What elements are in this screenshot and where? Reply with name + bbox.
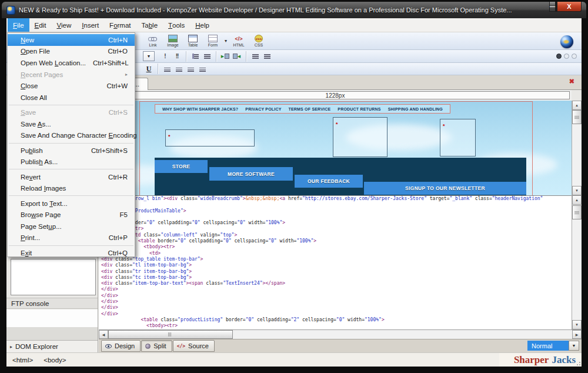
scrollbar-thumb[interactable] (108, 330, 233, 339)
menu-item-reload-images[interactable]: Reload Images (8, 182, 135, 194)
html-button[interactable]: </>HTML (231, 35, 246, 47)
scroll-up-icon[interactable]: ▲ (572, 195, 582, 205)
scroll-down-icon[interactable]: ▼ (572, 186, 582, 195)
view-tab-split[interactable]: Split (141, 340, 172, 352)
toolbar-icon-label: Form (208, 43, 218, 47)
preview-nav-link[interactable]: SHIPPING AND HANDLING (388, 107, 443, 111)
scrollbar-thumb[interactable] (572, 110, 582, 124)
menu-item-export-to-text[interactable]: Export to Text... (8, 198, 135, 209)
style-combo-dropdown[interactable]: ▼ (143, 51, 155, 61)
menubar-item-edit[interactable]: Edit (29, 18, 52, 32)
preview-form-field[interactable]: * (440, 119, 476, 156)
table-button[interactable]: Table (185, 35, 201, 47)
table-icon (188, 35, 198, 42)
preview-form-field[interactable]: * (165, 129, 255, 146)
source-view-pane[interactable]: <div class="row_l bin"><div class="wideB… (99, 195, 582, 329)
minimize-button[interactable]: — (549, 2, 556, 12)
source-code[interactable]: <div class="row_l bin"><div class="wideB… (101, 196, 572, 329)
zoom-icon[interactable] (556, 54, 562, 59)
scroll-left-icon[interactable]: ◀ (99, 330, 108, 339)
menu-item-save-as[interactable]: Save As... (8, 118, 135, 130)
menu-item-revert[interactable]: RevertCtrl+R (8, 171, 135, 183)
design-preview-pane[interactable]: WHY SHOP WITH SHARPER JACKS?PRIVACY POLI… (99, 101, 582, 195)
menubar-item-tools[interactable]: Tools (163, 18, 190, 32)
menubar-item-insert[interactable]: Insert (76, 18, 104, 32)
menu-item-new[interactable]: NewCtrl+N (8, 34, 135, 46)
preview-form-field[interactable]: * (333, 117, 387, 157)
required-marker: * (166, 132, 171, 139)
title-bar[interactable]: NEW & Ready to Ship Fast! + Download Inc… (2, 2, 586, 18)
text-align-center-button[interactable] (173, 64, 184, 74)
preview-button-signup-to-our-newsletter[interactable]: SIGNUP TO OUR NEWSLETTER (364, 182, 526, 195)
paragraph-format-dropdown[interactable]: Normal ▼ (527, 341, 579, 351)
menu-item-recent-pages[interactable]: Recent Pages▸ (8, 69, 135, 81)
statusbar-element-html[interactable]: <html> (12, 357, 33, 364)
preview-nav-link[interactable]: PRIVACY POLICY (245, 107, 281, 111)
scroll-right-icon[interactable]: ▶ (572, 330, 582, 339)
menu-bar: FileEditViewInsertFormatTableToolsHelp (6, 18, 582, 32)
statusbar-element-body[interactable]: <body> (44, 357, 66, 364)
toolbar-separator (186, 51, 186, 62)
numbered-list-button[interactable] (190, 52, 201, 61)
preview-nav-link[interactable]: PRODUCT RETURNS (338, 107, 380, 111)
menu-item-browse-page[interactable]: Browse PageF5 (8, 209, 135, 221)
align-left-button[interactable] (250, 52, 260, 61)
style-circles-icon[interactable] (572, 54, 577, 59)
underline-button[interactable] (143, 64, 154, 74)
indent-icon: ▶ (221, 54, 224, 59)
source-scrollbar[interactable]: ▲ ▼ (572, 195, 582, 329)
preview-nav-link[interactable]: TERMS OF SERVICE (288, 107, 330, 111)
align-right-button[interactable] (262, 52, 272, 61)
chevron-down-icon[interactable]: ▾ (225, 38, 227, 44)
view-tab-design[interactable]: Design (101, 340, 141, 352)
scroll-up-icon[interactable]: ▲ (572, 101, 582, 110)
menubar-item-view[interactable]: View (51, 18, 76, 32)
preview-button-more-software[interactable]: MORE SOFTWARE (209, 167, 293, 181)
menubar-item-help[interactable]: Help (190, 18, 215, 32)
text-align-right-button[interactable] (185, 64, 196, 74)
menu-item-print[interactable]: Print...Ctrl+P (8, 232, 135, 244)
preview-button-our-feedback[interactable]: OUR FEEDBACK (295, 175, 363, 188)
outdent-button[interactable]: ◀ (232, 52, 242, 61)
menubar-item-table[interactable]: Table (136, 18, 163, 32)
menu-item-save-and-change-character-encoding[interactable]: Save And Change Character Encoding (8, 130, 135, 142)
close-tab-icon[interactable]: ✖ (569, 78, 574, 85)
chevron-down-icon[interactable]: ▼ (569, 341, 579, 351)
design-scrollbar[interactable]: ▲ ▼ (572, 101, 582, 195)
style-circle-icon[interactable] (564, 54, 569, 59)
menu-item-open-web-location[interactable]: Open Web Location...Ctrl+Shift+L (8, 57, 135, 69)
text-align-justify-button[interactable] (197, 64, 208, 74)
preview-nav-link[interactable]: WHY SHOP WITH SHARPER JACKS? (162, 107, 238, 111)
strong-emphasis-button[interactable] (172, 52, 182, 61)
text-align-left-button[interactable] (162, 64, 172, 74)
close-button[interactable]: X (557, 2, 582, 12)
menu-item-page-setup[interactable]: Page Setup... (8, 221, 135, 232)
menu-item-close-all[interactable]: Close All (8, 92, 135, 104)
menu-item-close[interactable]: CloseCtrl+W (8, 80, 135, 92)
ftp-console-header[interactable]: FTP console (6, 298, 98, 309)
site-manager-listbox[interactable] (11, 259, 96, 295)
menu-item-exit[interactable]: ExitCtrl+Q (8, 247, 135, 259)
link-button[interactable]: Link (145, 35, 161, 47)
source-horizontal-scrollbar[interactable]: ◀ ▶ (99, 329, 582, 339)
form-button[interactable]: Form (205, 35, 220, 47)
preview-button-store[interactable]: STORE (155, 160, 208, 173)
indent-button[interactable]: ▶ (220, 52, 230, 61)
menu-item-publish[interactable]: PublishCtrl+Shift+S (8, 145, 135, 156)
emphasis-button[interactable] (160, 52, 171, 61)
resize-grip[interactable] (576, 361, 581, 366)
menu-item-save[interactable]: SaveCtrl+S (8, 106, 135, 118)
source-line: </div> (101, 293, 572, 299)
css-button[interactable]: cssCSS (251, 35, 266, 47)
menubar-item-format[interactable]: Format (104, 18, 136, 32)
menu-item-publish-as[interactable]: Publish As... (8, 156, 135, 168)
dom-explorer-toggle[interactable]: ▸ DOM Explorer (6, 340, 98, 352)
bulleted-list-button[interactable] (202, 52, 212, 61)
menu-item-open-file[interactable]: Open FileCtrl+O (8, 46, 135, 58)
window-frame: NEW & Ready to Ship Fast! + Download Inc… (0, 0, 588, 373)
scroll-down-icon[interactable]: ▼ (572, 320, 582, 329)
view-tab-source[interactable]: </>Source (173, 340, 215, 352)
menubar-item-file[interactable]: File (8, 18, 29, 32)
image-button[interactable]: Image (165, 35, 181, 47)
scrollbar-thumb[interactable] (572, 205, 582, 219)
